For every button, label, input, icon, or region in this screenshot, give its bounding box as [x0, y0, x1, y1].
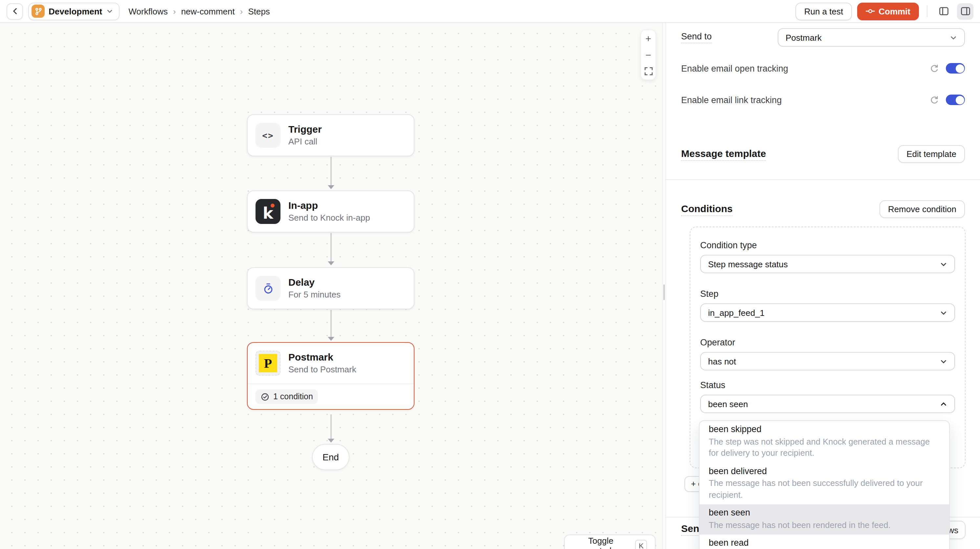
step-settings-panel: Send to Postmark Enable email open track… — [666, 23, 980, 549]
condition-type-value: Step message status — [708, 259, 788, 269]
node-postmark-footer: 1 condition — [248, 384, 414, 409]
operator-field: Operator has not — [700, 337, 955, 371]
node-title: In-app — [288, 200, 370, 212]
chevron-down-icon — [940, 309, 947, 316]
conditions-row: Conditions Remove condition — [681, 200, 965, 218]
connector-line — [330, 414, 331, 439]
condition-type-label: Condition type — [700, 240, 955, 250]
code-icon: <> — [256, 123, 280, 148]
node-delay-head: Delay For 5 minutes — [248, 268, 414, 309]
node-title: Postmark — [288, 351, 356, 363]
node-delay[interactable]: Delay For 5 minutes — [247, 267, 414, 309]
toggle-controls-button[interactable]: Toggle controls K — [564, 535, 655, 549]
chevron-down-icon — [106, 8, 113, 14]
message-template-heading: Message template — [681, 148, 766, 161]
node-end[interactable]: End — [312, 444, 350, 470]
branch-icon — [32, 5, 45, 18]
commit-icon — [865, 8, 875, 14]
send-to-row: Send to Postmark — [681, 28, 965, 47]
chevron-down-icon — [940, 358, 947, 365]
node-in-app[interactable]: k In-app Send to Knock in-app — [247, 191, 414, 232]
run-a-test-button[interactable]: Run a test — [796, 2, 852, 20]
node-subtitle: Send to Postmark — [288, 364, 356, 375]
step-label: Step — [700, 289, 955, 299]
connector-line — [330, 233, 331, 261]
breadcrumb-separator: › — [240, 6, 243, 16]
send-windows-heading: Sen — [681, 523, 699, 536]
option-title: been skipped — [709, 423, 940, 435]
remove-condition-button[interactable]: Remove condition — [880, 200, 965, 218]
node-postmark[interactable]: P Postmark Send to Postmark 1 condition — [247, 342, 414, 410]
back-button[interactable] — [6, 3, 23, 19]
chevron-up-icon — [940, 400, 947, 407]
link-tracking-label: Enable email link tracking — [681, 95, 782, 105]
send-to-label: Send to — [681, 32, 712, 43]
connector-arrow-icon — [328, 337, 334, 341]
sync-icon[interactable] — [929, 95, 939, 105]
edit-template-button[interactable]: Edit template — [898, 145, 965, 163]
zoom-out-button[interactable]: − — [640, 47, 656, 63]
dropdown-option-been-delivered[interactable]: been delivered The message has not been … — [700, 463, 949, 504]
top-bar: Development Workflows › new-comment › St… — [0, 0, 980, 23]
resize-grip[interactable] — [663, 284, 665, 300]
open-tracking-label: Enable email open tracking — [681, 64, 788, 73]
workflow-canvas[interactable]: <> Trigger API call k In-app Send to Kno… — [0, 23, 662, 549]
condition-type-field: Condition type Step message status — [700, 240, 955, 273]
status-select[interactable]: been seen — [700, 395, 955, 413]
end-label: End — [323, 452, 339, 462]
fit-view-button[interactable] — [640, 63, 656, 80]
left-panel-icon — [938, 6, 949, 16]
keyboard-shortcut-badge: K — [635, 540, 647, 549]
operator-select[interactable]: has not — [700, 352, 955, 371]
send-to-select[interactable]: Postmark — [778, 28, 965, 47]
breadcrumb-workflow-name[interactable]: new-comment — [181, 6, 234, 16]
step-select[interactable]: in_app_feed_1 — [700, 303, 955, 322]
check-circle-icon — [261, 392, 269, 401]
dropdown-option-been-seen[interactable]: been seen The message has not been rende… — [700, 504, 949, 535]
step-field: Step in_app_feed_1 — [700, 289, 955, 322]
node-title: Delay — [288, 277, 340, 288]
status-field: Status been seen — [700, 380, 955, 413]
connector-arrow-icon — [328, 185, 334, 189]
condition-count-badge[interactable]: 1 condition — [256, 390, 318, 404]
node-subtitle: For 5 minutes — [288, 290, 340, 300]
dropdown-option-been-read[interactable]: been read — [700, 535, 949, 549]
condition-type-select[interactable]: Step message status — [700, 255, 955, 273]
status-value: been seen — [708, 399, 748, 409]
node-subtitle: API call — [288, 137, 322, 147]
status-label: Status — [700, 380, 955, 390]
dropdown-option-been-skipped[interactable]: been skipped The step was not skipped an… — [700, 421, 949, 463]
fullscreen-icon — [644, 67, 652, 75]
send-to-value: Postmark — [786, 32, 822, 42]
right-panel-icon — [960, 6, 970, 16]
toggle-right-panel-button[interactable] — [957, 3, 974, 19]
commit-button[interactable]: Commit — [857, 2, 919, 20]
chevron-down-icon — [940, 260, 947, 267]
sync-icon[interactable] — [929, 64, 939, 73]
toggle-left-panel-button[interactable] — [935, 3, 952, 19]
canvas-zoom-controls: + − — [640, 30, 656, 80]
option-title: been read — [709, 537, 940, 548]
environment-switcher[interactable]: Development — [28, 2, 119, 20]
link-tracking-row: Enable email link tracking — [681, 92, 965, 108]
node-trigger[interactable]: <> Trigger API call — [247, 114, 414, 156]
breadcrumb-workflows[interactable]: Workflows — [129, 6, 167, 16]
node-title: Trigger — [288, 124, 322, 135]
status-dropdown-menu: been skipped The step was not skipped an… — [699, 420, 950, 549]
option-description: The message has not been rendered in the… — [709, 519, 940, 531]
node-postmark-head: P Postmark Send to Postmark — [248, 343, 414, 384]
knock-logo-icon: k — [256, 199, 280, 224]
app-window: Development Workflows › new-comment › St… — [0, 0, 980, 549]
section-divider — [666, 179, 980, 180]
node-subtitle: Send to Knock in-app — [288, 213, 370, 223]
open-tracking-toggle[interactable] — [946, 63, 965, 73]
option-description: The message has not been successfully de… — [709, 477, 940, 500]
zoom-in-button[interactable]: + — [640, 30, 656, 47]
option-title: been delivered — [709, 465, 940, 476]
panel-resize-gutter — [662, 23, 666, 549]
toggle-controls-label: Toggle controls — [573, 536, 629, 549]
stopwatch-icon — [256, 276, 280, 301]
operator-label: Operator — [700, 337, 955, 347]
option-description: The step was not skipped and Knock gener… — [709, 436, 940, 459]
link-tracking-toggle[interactable] — [946, 95, 965, 105]
